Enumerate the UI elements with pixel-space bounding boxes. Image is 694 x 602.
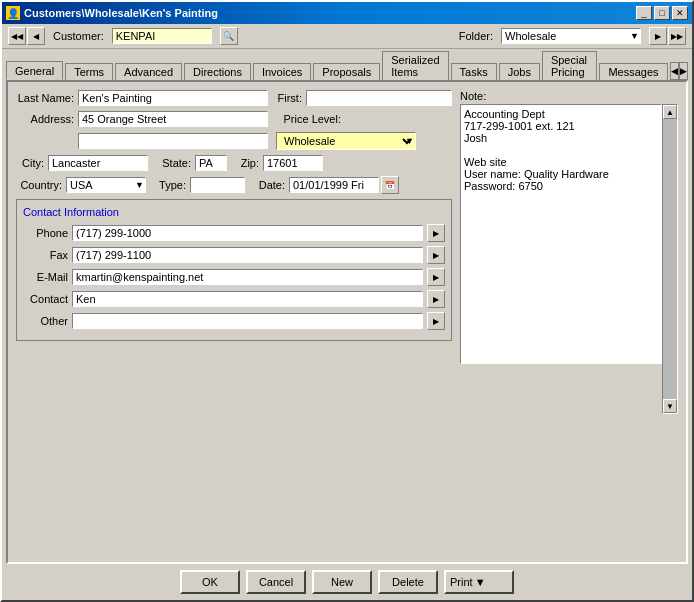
nav-next-button[interactable]: ▶ [649,27,667,45]
fax-input[interactable] [72,247,423,263]
tab-jobs[interactable]: Jobs [499,63,540,80]
city-state-zip-row: City: State: Zip: [16,155,452,171]
note-scrollbar: ▲ ▼ [662,104,678,414]
tabs-bar: General Terms Advanced Directions Invoic… [2,51,692,80]
phone-label: Phone [23,227,68,239]
customer-search-button[interactable]: 🔍 [220,27,238,45]
minimize-button[interactable]: _ [636,6,652,20]
city-input[interactable] [48,155,148,171]
last-name-input[interactable] [78,90,268,106]
nav-first-button[interactable]: ◀◀ [8,27,26,45]
new-button[interactable]: New [312,570,372,594]
contact-input[interactable] [72,291,423,307]
left-section: Last Name: First: Address: Price Level: [16,90,452,414]
scroll-up-button[interactable]: ▲ [663,105,677,119]
nav-prev-button[interactable]: ◀ [27,27,45,45]
fax-dropdown-button[interactable]: ▶ [427,246,445,264]
address-input[interactable] [78,111,268,127]
first-label: First: [272,92,302,104]
folder-label: Folder: [459,30,493,42]
address-label: Address: [16,113,74,125]
email-label: E-Mail [23,271,68,283]
address2-row: Wholesale Retail Standard ▼ [16,132,452,150]
country-label: Country: [16,179,62,191]
date-input[interactable] [289,177,379,193]
content-area: Last Name: First: Address: Price Level: [6,80,688,564]
nav-last-button[interactable]: ▶▶ [668,27,686,45]
last-name-row: Last Name: First: [16,90,452,106]
type-input[interactable] [190,177,245,193]
contact-dropdown-button[interactable]: ▶ [427,290,445,308]
city-label: City: [16,157,44,169]
other-row: Other ▶ [23,312,445,330]
tab-invoices[interactable]: Invoices [253,63,311,80]
first-input[interactable] [306,90,452,106]
contact-row: Contact ▶ [23,290,445,308]
tab-proposals[interactable]: Proposals [313,63,380,80]
note-label: Note: [460,90,678,102]
price-level-select[interactable]: Wholesale Retail Standard [276,132,416,150]
bottom-bar: OK Cancel New Delete Print ▼ [2,564,692,600]
fax-row: Fax ▶ [23,246,445,264]
zip-input[interactable] [263,155,323,171]
tab-directions[interactable]: Directions [184,63,251,80]
contact-section: Contact Information Phone ▶ Fax ▶ E-Mail [16,199,452,341]
customer-label: Customer: [53,30,104,42]
date-picker-button[interactable]: 📅 [381,176,399,194]
country-type-date-row: Country: USA Canada ▼ Type: Date: 📅 [16,176,452,194]
folder-select[interactable]: Wholesale Retail Other [501,28,641,44]
right-section: Note: Accounting Dept 717-299-1001 ext. … [460,90,678,414]
contact-label: Contact [23,293,68,305]
price-level-label: Price Level: [276,113,341,125]
tab-special[interactable]: Special Pricing [542,51,598,80]
tab-advanced[interactable]: Advanced [115,63,182,80]
cancel-button[interactable]: Cancel [246,570,306,594]
note-section: Note: Accounting Dept 717-299-1001 ext. … [460,90,678,414]
title-bar: 👤 Customers\Wholesale\Ken's Painting _ □… [2,2,692,24]
tab-general[interactable]: General [6,61,63,80]
email-input[interactable] [72,269,423,285]
tab-messages[interactable]: Messages [599,63,667,80]
delete-button[interactable]: Delete [378,570,438,594]
other-label: Other [23,315,68,327]
tab-more-button[interactable]: ◀ [670,62,679,80]
contact-header: Contact Information [23,206,445,218]
state-label: State: [156,157,191,169]
tab-terms[interactable]: Terms [65,63,113,80]
fax-label: Fax [23,249,68,261]
type-label: Type: [156,179,186,191]
ok-button[interactable]: OK [180,570,240,594]
tab-more-right-button[interactable]: ▶ [679,62,688,80]
phone-input[interactable] [72,225,423,241]
toolbar: ◀◀ ◀ Customer: 🔍 Folder: Wholesale Retai… [2,24,692,49]
tab-tasks[interactable]: Tasks [451,63,497,80]
address2-input[interactable] [78,133,268,149]
main-window: 👤 Customers\Wholesale\Ken's Painting _ □… [0,0,694,602]
print-arrow-icon: ▼ [475,576,486,588]
window-title: Customers\Wholesale\Ken's Painting [24,7,218,19]
other-input[interactable] [72,313,423,329]
customer-input[interactable] [112,28,212,44]
scroll-track[interactable] [663,119,677,399]
state-input[interactable] [195,155,227,171]
note-textarea[interactable]: Accounting Dept 717-299-1001 ext. 121 Jo… [460,104,662,364]
zip-label: Zip: [235,157,259,169]
phone-dropdown-button[interactable]: ▶ [427,224,445,242]
email-row: E-Mail ▶ [23,268,445,286]
last-name-label: Last Name: [16,92,74,104]
date-label: Date: [255,179,285,191]
phone-row: Phone ▶ [23,224,445,242]
email-dropdown-button[interactable]: ▶ [427,268,445,286]
window-icon: 👤 [6,6,20,20]
scroll-down-button[interactable]: ▼ [663,399,677,413]
country-select[interactable]: USA Canada [66,177,146,193]
address-row: Address: Price Level: [16,111,452,127]
close-button[interactable]: ✕ [672,6,688,20]
maximize-button[interactable]: □ [654,6,670,20]
other-dropdown-button[interactable]: ▶ [427,312,445,330]
tab-serialized[interactable]: Serialized Items [382,51,448,80]
print-button[interactable]: Print ▼ [444,570,514,594]
